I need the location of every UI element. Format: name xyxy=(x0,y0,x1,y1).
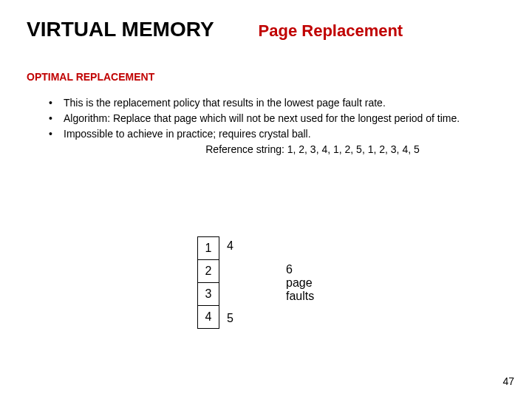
subtitle: Page Replacement xyxy=(259,21,403,41)
reference-string: Reference string: 1, 2, 3, 4, 1, 2, 5, 1… xyxy=(46,143,505,157)
bullet-list: This is the replacement policy that resu… xyxy=(0,83,532,157)
page-faults-label: 6 page faults xyxy=(286,263,314,303)
frame-column-1: 1 2 3 4 xyxy=(197,236,219,329)
page-number: 47 xyxy=(502,375,514,387)
frame-cell: 3 xyxy=(197,282,219,306)
frame-cell: 2 xyxy=(197,259,219,283)
replacement-value-bottom: 5 xyxy=(227,312,233,325)
bullet-item: Algorithm: Replace that page which will … xyxy=(46,112,505,126)
section-title: OPTIMAL REPLACEMENT xyxy=(0,41,532,83)
bullet-item: This is the replacement policy that resu… xyxy=(46,96,505,110)
slide-header: VIRTUAL MEMORY Page Replacement xyxy=(0,0,532,41)
bullet-item: Impossible to achieve in practice; requi… xyxy=(46,127,505,141)
frame-cell: 1 xyxy=(197,236,219,260)
replacement-value-top: 4 xyxy=(227,239,233,253)
main-title: VIRTUAL MEMORY xyxy=(27,18,214,41)
frame-cell: 4 xyxy=(197,305,219,329)
